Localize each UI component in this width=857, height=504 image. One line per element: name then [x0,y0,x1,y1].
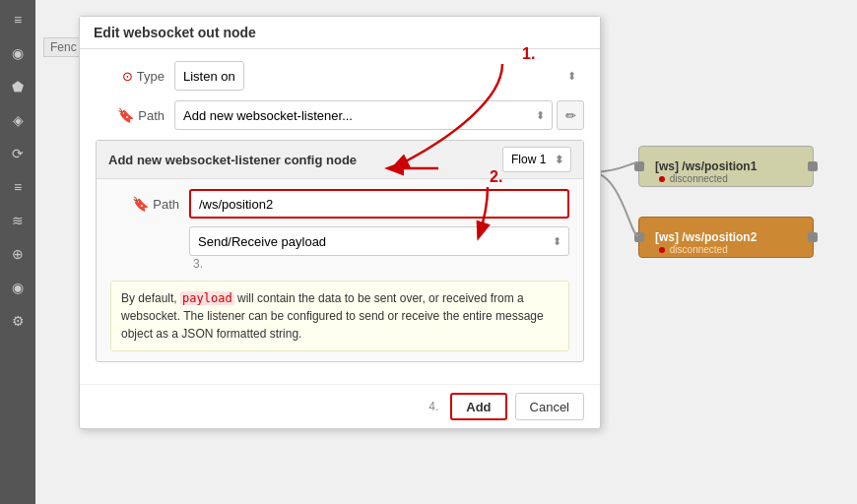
path-select[interactable]: Add new websocket-listener... [174,100,553,130]
sidebar-item-output[interactable]: ⬟ [2,71,33,102]
fence-label: Fenc [43,37,84,57]
node-ws2-status: disconnected [659,244,728,255]
path-input-wrapper: Add new websocket-listener... ✏ [174,100,584,130]
sidebar-item-social[interactable]: ⟳ [2,138,33,169]
sub-panel-header: Add new websocket-listener config node F… [97,141,583,179]
info-text-before: By default, [121,291,180,305]
bookmark-icon: 🔖 [117,107,134,123]
step4-label: 4. [428,400,438,413]
type-row: ⊙ Type Listen on [96,61,584,91]
flow-node-ws1[interactable]: [ws] /ws/position1 disconnected [638,146,814,187]
payload-row: Send/Receive payload 3. [110,226,569,271]
edit-button[interactable]: ✏ [557,100,584,130]
sub-panel-body: 🔖 Path Send/Receive payload 3. [97,179,583,361]
sidebar-item-menu[interactable]: ≡ [2,4,33,35]
flow-node-ws2[interactable]: [ws] /ws/position2 disconnected [638,217,814,258]
sidebar-item-function[interactable]: ◈ [2,104,33,136]
type-label: ⊙ Type [96,69,165,84]
payload-select[interactable]: Send/Receive payload [189,226,569,256]
sidebar-item-advanced[interactable]: ⊕ [2,238,33,270]
sub-bookmark-icon: 🔖 [132,196,149,212]
sub-panel: Add new websocket-listener config node F… [96,140,584,362]
status-dot-1 [659,176,665,182]
type-select-wrapper: Listen on [174,61,584,91]
sub-path-label: 🔖 Path [110,196,179,212]
sidebar-item-storage[interactable]: ≡ [2,171,33,203]
node-ws1-port-left [634,161,644,171]
node-ws1-port-right [808,161,818,171]
sub-path-row: 🔖 Path [110,189,569,219]
path-label: 🔖 Path [96,107,165,123]
node-ws2-label: [ws] /ws/position2 [655,230,757,244]
node-ws2-port-left [634,232,644,242]
dialog-footer: 4. Add Cancel [80,384,600,428]
node-ws1-status: disconnected [659,173,728,184]
add-button[interactable]: Add [450,393,506,420]
path-row: 🔖 Path Add new websocket-listener... ✏ [96,100,584,130]
path-select-wrapper: Add new websocket-listener... [174,100,553,130]
dialog-title: Edit websocket out node [94,25,256,40]
sidebar-item-sequence[interactable]: ◉ [2,272,33,303]
path-input-field[interactable] [189,189,569,219]
sidebar: ≡ ◉ ⬟ ◈ ⟳ ≡ ≋ ⊕ ◉ ⚙ [0,0,35,504]
type-select[interactable]: Listen on [174,61,244,91]
main-dialog: Edit websocket out node ⊙ Type Listen on… [79,16,601,429]
node-ws1-label: [ws] /ws/position1 [655,159,757,173]
flow-select-wrapper: Flow 1 [502,147,571,172]
dialog-body: ⊙ Type Listen on 🔖 Path Add new websocke… [80,49,600,384]
payload-select-wrapper: Send/Receive payload [189,226,569,256]
info-box: By default, payload will contain the dat… [110,281,569,351]
sub-path-input-container [189,189,569,219]
sub-panel-flow: Flow 1 [502,147,571,172]
step3-label: 3. [193,257,203,271]
dialog-header: Edit websocket out node [80,17,600,49]
cancel-button[interactable]: Cancel [515,393,584,420]
sub-panel-title: Add new websocket-listener config node [108,153,357,167]
status-dot-2 [659,247,665,253]
circle-icon: ⊙ [122,69,133,84]
node-ws2-port-right [808,232,818,242]
sidebar-item-settings[interactable]: ⚙ [2,305,33,337]
payload-keyword: payload [180,291,234,305]
sidebar-item-analysis[interactable]: ≋ [2,205,33,236]
sidebar-item-input[interactable]: ◉ [2,37,33,69]
flow-select[interactable]: Flow 1 [502,147,571,172]
